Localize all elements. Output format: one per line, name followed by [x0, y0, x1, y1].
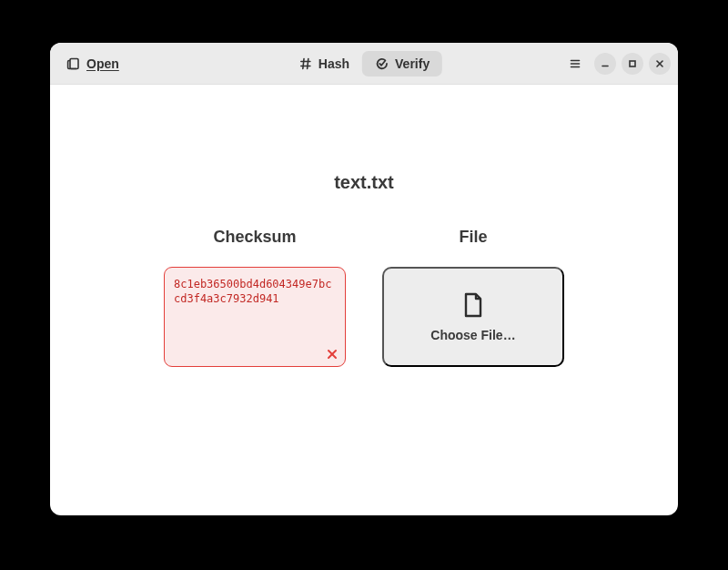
file-title: File — [459, 228, 487, 247]
app-window: Open Hash — [50, 43, 678, 515]
header-left: Open — [57, 51, 128, 76]
minimize-button[interactable] — [594, 53, 616, 75]
checksum-clear-button[interactable] — [324, 346, 340, 362]
file-icon — [460, 291, 486, 319]
svg-rect-9 — [630, 61, 635, 66]
verify-icon — [375, 56, 389, 71]
view-switcher: Hash Verify — [286, 51, 442, 76]
close-button[interactable] — [649, 53, 671, 75]
menu-button[interactable] — [561, 50, 589, 77]
svg-line-4 — [308, 58, 308, 68]
x-icon — [326, 348, 339, 361]
columns: Checksum 8c1eb36500bd4d604349e7b­ccd3f4a… — [164, 228, 564, 367]
header-bar: Open Hash — [50, 43, 678, 85]
svg-rect-0 — [70, 58, 78, 68]
choose-file-label: Choose File… — [430, 328, 515, 342]
minimize-icon — [600, 58, 611, 69]
checksum-column: Checksum 8c1eb36500bd4d604349e7b­ccd3f4a… — [164, 228, 346, 367]
filename-heading: text.txt — [334, 172, 394, 193]
checksum-input[interactable]: 8c1eb36500bd4d604349e7b­ccd3f4a3c7932d94… — [164, 267, 346, 367]
hamburger-icon — [568, 56, 582, 71]
hash-icon — [298, 56, 313, 71]
file-column: File Choose File… — [382, 228, 564, 367]
checksum-value: 8c1eb36500bd4d604349e7b­ccd3f4a3c7932d94… — [174, 278, 331, 305]
main-content: text.txt Checksum 8c1eb36500bd4d604349e7… — [50, 85, 678, 515]
open-folder-icon — [66, 56, 81, 71]
open-button-label: Open — [86, 56, 119, 71]
tab-verify[interactable]: Verify — [362, 51, 442, 76]
tab-verify-label: Verify — [395, 56, 430, 71]
checksum-title: Checksum — [213, 228, 296, 247]
choose-file-button[interactable]: Choose File… — [382, 267, 564, 367]
header-right — [561, 50, 671, 77]
open-button[interactable]: Open — [57, 51, 128, 76]
tab-hash-label: Hash — [318, 56, 349, 71]
svg-line-3 — [303, 58, 304, 68]
maximize-icon — [627, 58, 638, 69]
tab-hash[interactable]: Hash — [286, 51, 362, 76]
close-icon — [654, 58, 665, 69]
maximize-button[interactable] — [622, 53, 643, 75]
